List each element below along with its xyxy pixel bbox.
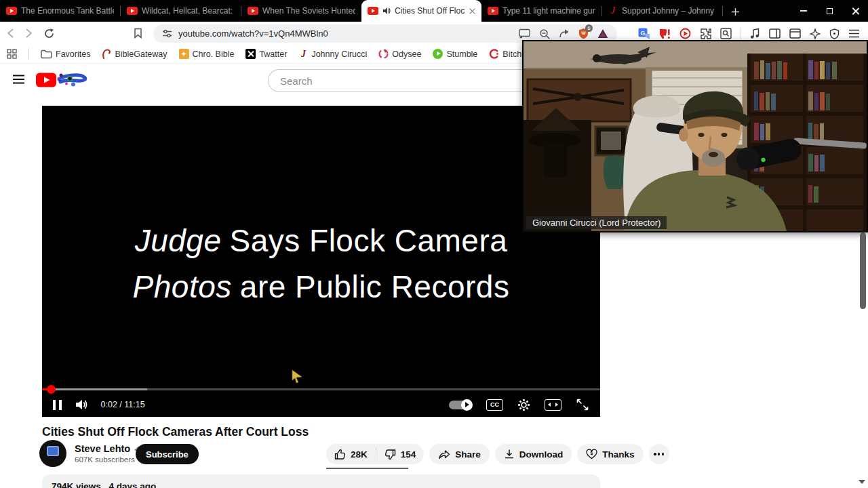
tab-strip: The Enormous Tank Battles That Wildcat, … <box>0 0 868 22</box>
video-title: Cities Shut Off Flock Cameras After Cour… <box>42 425 309 439</box>
apps-grid-icon[interactable] <box>7 49 17 59</box>
view-count: 794K views <box>52 481 101 488</box>
volume-icon[interactable] <box>75 399 88 411</box>
subscriber-count: 607K subscribers <box>75 455 140 464</box>
tab-title: Cities Shut Off Flock Can <box>395 6 465 16</box>
shield-check-icon[interactable] <box>829 28 840 39</box>
bookmark-flag-icon[interactable] <box>134 28 142 39</box>
youtube-favicon <box>6 7 17 15</box>
progress-bar[interactable] <box>42 388 600 390</box>
scrollbar-thumb[interactable] <box>860 232 866 309</box>
forward-icon[interactable] <box>25 28 33 39</box>
back-icon[interactable] <box>7 28 14 39</box>
pip-video-scene <box>524 41 867 231</box>
share-label: Share <box>455 449 481 460</box>
cast-icon[interactable] <box>519 28 530 39</box>
sparkle-icon[interactable] <box>810 28 821 39</box>
youtube-favicon <box>488 7 498 15</box>
player-controls-left: 0:02 / 11:15 <box>53 394 145 415</box>
tab-6[interactable]: J Support Johnny – Johnny Cirucci <box>602 0 722 22</box>
tab-1[interactable]: The Enormous Tank Battles That <box>0 0 120 22</box>
card-icon[interactable] <box>789 28 801 39</box>
close-button[interactable] <box>842 0 868 22</box>
tab-2[interactable]: Wildcat, Hellcat, Bearcat: The US <box>121 0 241 22</box>
tab-title: The Enormous Tank Battles That <box>21 6 114 16</box>
channel-name[interactable]: Steve Lehto ✓ <box>75 443 140 454</box>
bookmark-label: Johnny Cirucci <box>311 49 367 59</box>
bookmark-label: Twatter <box>259 49 287 59</box>
thumb-up-icon <box>334 449 346 460</box>
extensions-puzzle-icon[interactable] <box>700 28 711 39</box>
bookmark-label: Stumble <box>446 49 477 59</box>
bookmark-label: Favorites <box>56 49 90 59</box>
mouse-cursor <box>290 369 304 384</box>
thanks-heart-icon: $ <box>586 449 597 460</box>
menu-icon[interactable] <box>848 29 860 38</box>
youtube-favicon <box>368 7 378 15</box>
new-tab-button[interactable] <box>731 7 740 16</box>
fullscreen-icon[interactable] <box>576 398 589 411</box>
url-text[interactable]: youtube.com/watch?v=1vQn4MWBln0 <box>178 28 519 39</box>
pip-video-window[interactable]: Giovanni Cirucci (Lord Protector) <box>522 40 868 232</box>
description-box[interactable]: 794K views 4 days ago <box>42 474 600 488</box>
channel-row: Steve Lehto ✓ 607K subscribers <box>39 440 140 467</box>
bookmark-odysee[interactable]: Odysee <box>378 49 421 59</box>
bookmark-label: Chro. Bible <box>193 49 235 59</box>
player-controls-right: CC <box>449 394 589 415</box>
tab-separator <box>722 6 723 16</box>
more-actions-button[interactable] <box>649 444 669 464</box>
tab-3[interactable]: When The Soviets Hunted Down <box>241 0 361 22</box>
find-in-page-icon[interactable] <box>720 28 732 39</box>
guide-menu-icon[interactable] <box>12 75 25 84</box>
share-arrow-icon[interactable] <box>559 28 570 39</box>
bookmark-stumble[interactable]: Stumble <box>433 49 477 59</box>
thanks-button[interactable]: $ Thanks <box>577 444 643 464</box>
dislike-extension-icon[interactable] <box>658 28 671 39</box>
share-button[interactable]: Share <box>429 444 490 464</box>
bookmarks-divider <box>28 48 29 60</box>
download-button[interactable]: Download <box>495 444 572 464</box>
svg-text:$: $ <box>591 451 593 456</box>
time-display: 0:02 / 11:15 <box>101 400 145 409</box>
theater-mode-icon[interactable] <box>545 399 561 411</box>
settings-gear-icon[interactable] <box>517 399 530 411</box>
panel-icon[interactable] <box>769 28 781 39</box>
maximize-button[interactable] <box>816 0 842 22</box>
bookmark-johnny-cirucci[interactable]: J Johnny Cirucci <box>298 49 367 59</box>
translate-icon[interactable]: G <box>638 28 650 39</box>
dislike-button[interactable]: 154 <box>376 449 425 460</box>
pause-icon[interactable] <box>53 400 62 410</box>
channel-avatar[interactable] <box>39 440 66 467</box>
subscribe-button[interactable]: Subscribe <box>136 444 199 464</box>
bookmark-chro-bible[interactable]: Chro. Bible <box>179 49 235 59</box>
x-icon <box>245 49 256 59</box>
buffered-segment <box>51 388 147 390</box>
music-note-icon[interactable] <box>750 28 760 39</box>
tab-5[interactable]: Type 11 light machine gun - You <box>481 0 601 22</box>
bookmark-favorites[interactable]: Favorites <box>41 49 90 59</box>
site-settings-icon[interactable] <box>162 28 172 39</box>
stumble-icon <box>433 49 443 59</box>
reload-icon[interactable] <box>43 28 55 39</box>
scrollbar-down-arrow[interactable] <box>859 480 865 484</box>
tab-4-active[interactable]: Cities Shut Off Flock Can <box>361 0 481 22</box>
zoom-out-icon[interactable] <box>539 28 550 39</box>
autoplay-toggle[interactable] <box>449 401 472 409</box>
bookmark-twatter[interactable]: Twatter <box>245 49 287 59</box>
like-button[interactable]: 28K <box>326 449 376 460</box>
upload-age: 4 days ago <box>109 481 157 488</box>
thanks-label: Thanks <box>602 449 634 460</box>
tab-close-icon[interactable] <box>469 8 475 14</box>
folder-icon <box>41 49 52 59</box>
window-controls <box>791 0 868 22</box>
subtitles-icon[interactable]: CC <box>486 399 503 411</box>
video-caption-line2: Photosare Public Records <box>42 268 600 305</box>
bookmark-biblegateway[interactable]: BibleGateway <box>102 49 167 59</box>
video-player[interactable]: JudgeSays Flock Camera Photosare Public … <box>42 106 600 417</box>
play-circle-icon[interactable] <box>679 28 691 39</box>
minimize-button[interactable] <box>791 0 816 22</box>
scrubber-handle[interactable] <box>47 385 56 394</box>
triangle-extension-icon[interactable] <box>597 28 608 39</box>
adblock-shield-icon[interactable]: 6 <box>578 28 589 39</box>
youtube-logo[interactable] <box>36 72 94 88</box>
